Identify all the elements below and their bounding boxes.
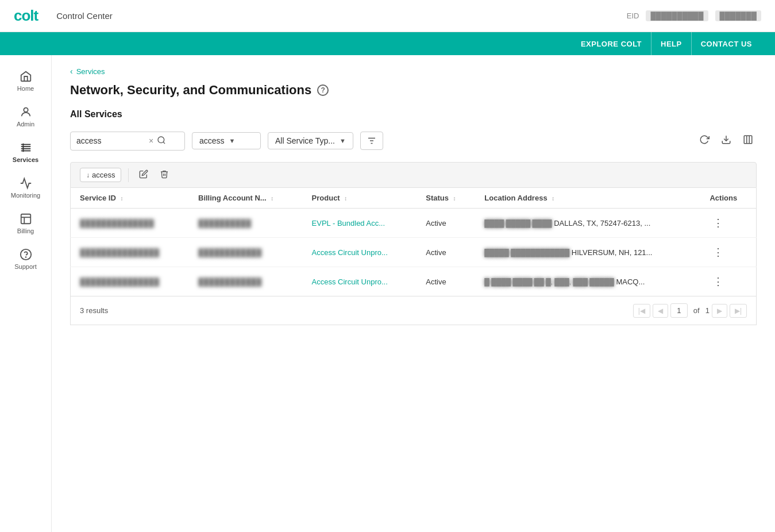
service-id-link-2[interactable]: ███████████████ <box>80 277 159 286</box>
cell-status-2: Active <box>417 267 475 296</box>
section-title: All Services <box>70 109 757 119</box>
cell-product-2: Access Circuit Unpro... <box>303 267 417 296</box>
col-header-product[interactable]: Product ↕ <box>303 188 417 209</box>
sort-tag-label: access <box>92 171 115 179</box>
cell-status-0: Active <box>417 209 475 238</box>
location-address-2: █ ████ ████ ██ █, ███, ███ █████ <box>484 278 614 286</box>
cell-actions-2: ⋮ <box>700 267 756 296</box>
chevron-down-icon: ▼ <box>229 137 236 144</box>
status-badge-2: Active <box>426 277 446 286</box>
breadcrumb[interactable]: ‹ Services <box>70 67 757 76</box>
dropdown-filter-access[interactable]: access ▼ <box>192 132 261 149</box>
product-link-0[interactable]: EVPL - Bundled Acc... <box>312 219 385 228</box>
refresh-button[interactable] <box>696 131 713 151</box>
clear-search-button[interactable]: × <box>149 136 153 145</box>
user-dropdown[interactable]: ███████ <box>715 10 761 21</box>
dropdown-filter-service-type-value: All Service Typ... <box>275 136 335 145</box>
page-prev-button[interactable]: ◀ <box>653 304 668 318</box>
filters-row: × access ▼ All Service Typ... ▼ <box>70 131 757 151</box>
location-city-2: MACQ... <box>616 277 645 286</box>
results-count: 3 results <box>80 306 108 315</box>
nav-bar: EXPLORE COLT HELP CONTACT US <box>0 32 775 55</box>
sidebar-item-admin-label: Admin <box>17 121 34 128</box>
services-table: Service ID ↕ Billing Account N... ↕ Prod… <box>70 188 757 296</box>
cell-billing-1: ████████████ <box>189 238 303 267</box>
sort-icon-billing: ↕ <box>271 195 273 202</box>
sidebar-item-services-label: Services <box>13 156 38 163</box>
sidebar-item-monitoring[interactable]: Monitoring <box>3 171 49 205</box>
pagination-row: 3 results |◀ ◀ 1 of 1 ▶ ▶| <box>70 296 757 325</box>
row-actions-button-2[interactable]: ⋮ <box>710 274 727 289</box>
cell-billing-0: ██████████ <box>189 209 303 238</box>
table-row: ███████████████ ████████████ Access Circ… <box>71 267 757 296</box>
nav-contact-us[interactable]: CONTACT US <box>692 32 761 55</box>
sidebar-item-monitoring-label: Monitoring <box>11 192 40 199</box>
sidebar-item-services[interactable]: Services <box>3 136 49 169</box>
search-input[interactable] <box>76 136 145 145</box>
header-right: EID ██████████ ███████ <box>627 10 761 21</box>
breadcrumb-label: Services <box>76 67 105 76</box>
delete-button[interactable] <box>156 167 172 183</box>
help-icon[interactable]: ? <box>317 84 329 96</box>
nav-explore-colt[interactable]: EXPLORE COLT <box>572 32 651 55</box>
sidebar-item-billing-label: Billing <box>17 228 34 234</box>
edit-button[interactable] <box>136 167 152 183</box>
download-button[interactable] <box>718 131 735 151</box>
col-header-location[interactable]: Location Address ↕ <box>475 188 700 209</box>
app-title: Control Center <box>56 11 113 21</box>
cell-location-2: █ ████ ████ ██ █, ███, ███ █████ MACQ... <box>475 267 700 296</box>
columns-icon <box>743 134 753 145</box>
nav-help[interactable]: HELP <box>651 32 692 55</box>
home-icon <box>20 70 32 83</box>
sort-icon-location: ↕ <box>552 195 554 202</box>
monitoring-icon <box>20 177 32 190</box>
page-last-button[interactable]: ▶| <box>730 304 747 318</box>
page-next-button[interactable]: ▶ <box>712 304 727 318</box>
cell-service-id-0: ██████████████ <box>71 209 190 238</box>
cell-service-id-2: ███████████████ <box>71 267 190 296</box>
services-icon <box>20 141 32 154</box>
svg-point-10 <box>158 137 164 143</box>
page-first-button[interactable]: |◀ <box>633 304 650 318</box>
service-id-link-0[interactable]: ██████████████ <box>80 219 154 228</box>
cell-actions-0: ⋮ <box>700 209 756 238</box>
cell-service-id-1: ███████████████ <box>71 238 190 267</box>
columns-button[interactable] <box>739 131 757 151</box>
table-row: ███████████████ ████████████ Access Circ… <box>71 238 757 267</box>
row-actions-button-1[interactable]: ⋮ <box>710 245 727 260</box>
sort-icon-service-id: ↕ <box>121 195 124 202</box>
sidebar-item-support-label: Support <box>14 263 37 270</box>
chevron-down-icon-2: ▼ <box>340 137 346 144</box>
product-link-1[interactable]: Access Circuit Unpro... <box>312 248 388 257</box>
admin-icon <box>20 106 32 118</box>
col-header-billing-account[interactable]: Billing Account N... ↕ <box>189 188 303 209</box>
filter-settings-button[interactable] <box>360 132 383 150</box>
page-title-text: Network, Security, and Communications <box>70 83 311 98</box>
sort-arrow-icon: ↓ <box>86 171 90 179</box>
cell-location-0: ████ █████ ████ DALLAS, TX, 75247-6213, … <box>475 209 700 238</box>
table-toolbar: ↓ access <box>70 162 757 188</box>
search-icon[interactable] <box>157 136 166 147</box>
top-header: colt Control Center EID ██████████ █████… <box>0 0 775 32</box>
sidebar-item-support[interactable]: Support <box>3 242 49 276</box>
sidebar-item-billing[interactable]: Billing <box>3 207 49 240</box>
download-icon <box>721 134 731 145</box>
sort-tag[interactable]: ↓ access <box>80 168 121 182</box>
col-header-status[interactable]: Status ↕ <box>417 188 475 209</box>
sidebar-item-admin[interactable]: Admin <box>3 100 49 133</box>
eid-label: EID <box>627 11 639 20</box>
location-city-0: DALLAS, TX, 75247-6213, ... <box>554 219 650 228</box>
delete-icon <box>160 169 169 179</box>
sort-icon-product: ↕ <box>344 195 347 202</box>
col-header-actions: Actions <box>700 188 756 209</box>
dropdown-filter-service-type[interactable]: All Service Typ... ▼ <box>268 132 353 149</box>
location-address-0: ████ █████ ████ <box>484 219 552 228</box>
svg-point-0 <box>24 108 28 112</box>
row-actions-button-0[interactable]: ⋮ <box>710 215 727 230</box>
product-link-2[interactable]: Access Circuit Unpro... <box>312 277 388 286</box>
eid-value: ██████████ <box>646 10 708 21</box>
sidebar-item-home[interactable]: Home <box>3 64 49 98</box>
col-header-service-id[interactable]: Service ID ↕ <box>71 188 190 209</box>
service-id-link-1[interactable]: ███████████████ <box>80 248 159 257</box>
status-badge-1: Active <box>426 248 446 257</box>
